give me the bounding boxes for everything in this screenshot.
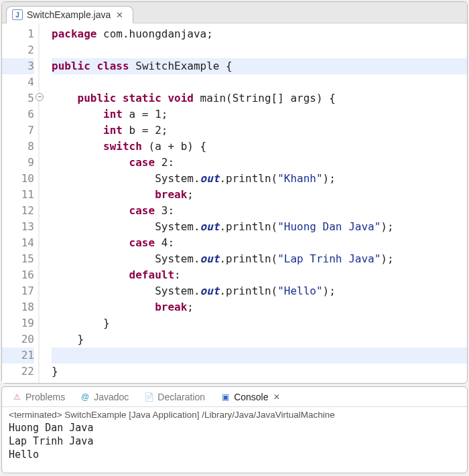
code-line[interactable]: public class SwitchExample { bbox=[52, 58, 467, 74]
line-number: 4 bbox=[2, 74, 34, 90]
line-number: 21 bbox=[2, 347, 34, 364]
code-line[interactable]: break; bbox=[52, 299, 467, 315]
code-line[interactable] bbox=[52, 74, 467, 90]
code-line[interactable]: case 3: bbox=[52, 203, 467, 219]
line-number: 10 bbox=[2, 171, 34, 187]
code-line[interactable]: switch (a + b) { bbox=[52, 139, 467, 155]
line-number-gutter: 12345−678910111213141516171819202122 bbox=[2, 23, 40, 383]
line-number: 9 bbox=[2, 155, 34, 171]
tab-javadoc[interactable]: @ Javadoc bbox=[77, 390, 131, 404]
line-number: 17 bbox=[2, 283, 34, 299]
line-number: 7 bbox=[2, 123, 34, 139]
tab-javadoc-label: Javadoc bbox=[94, 392, 129, 402]
line-number: 22 bbox=[2, 364, 34, 380]
code-line[interactable]: case 2: bbox=[52, 155, 467, 171]
code-line[interactable]: package com.huongdanjava; bbox=[52, 26, 467, 42]
code-line[interactable] bbox=[52, 42, 467, 58]
code-line[interactable] bbox=[52, 347, 467, 364]
line-number: 20 bbox=[2, 331, 34, 347]
code-line[interactable]: break; bbox=[52, 187, 467, 203]
code-line[interactable]: } bbox=[52, 331, 467, 347]
bottom-view-tabs: ⚠ Problems @ Javadoc 📄 Declaration ▣ Con… bbox=[2, 387, 467, 407]
javadoc-icon: @ bbox=[80, 392, 90, 402]
line-number: 8 bbox=[2, 139, 34, 155]
tab-problems-label: Problems bbox=[25, 392, 65, 402]
code-line[interactable]: System.out.println("Hello"); bbox=[52, 283, 467, 299]
line-number: 5− bbox=[2, 90, 34, 106]
declaration-icon: 📄 bbox=[143, 392, 154, 402]
console-status: <terminated> SwitchExample [Java Applica… bbox=[2, 407, 467, 421]
console-icon: ▣ bbox=[220, 392, 230, 402]
code-editor[interactable]: package com.huongdanjava; public class S… bbox=[40, 23, 467, 383]
code-line[interactable]: System.out.println("Huong Dan Java"); bbox=[52, 219, 467, 235]
java-file-icon: J bbox=[12, 9, 23, 20]
tab-declaration-label: Declaration bbox=[157, 392, 205, 402]
tab-console[interactable]: ▣ Console ✕ bbox=[217, 390, 283, 404]
line-number: 16 bbox=[2, 267, 34, 283]
editor-tab-filename: SwitchExample.java bbox=[27, 9, 111, 20]
code-line[interactable]: } bbox=[52, 315, 467, 331]
editor-tab-bar: J SwitchExample.java ✕ bbox=[2, 2, 467, 23]
code-line[interactable]: System.out.println("Khanh"); bbox=[52, 171, 467, 187]
tab-console-label: Console bbox=[234, 392, 268, 402]
close-icon[interactable]: ✕ bbox=[115, 10, 125, 20]
code-line[interactable]: System.out.println("Lap Trinh Java"); bbox=[52, 251, 467, 267]
editor-pane: J SwitchExample.java ✕ 12345−67891011121… bbox=[1, 1, 468, 384]
code-line[interactable]: } bbox=[52, 364, 467, 380]
code-line[interactable]: int b = 2; bbox=[52, 123, 467, 139]
line-number: 11 bbox=[2, 187, 34, 203]
line-number: 1 bbox=[2, 26, 34, 42]
code-line[interactable]: default: bbox=[52, 267, 467, 283]
line-number: 2 bbox=[2, 42, 34, 58]
fold-toggle-icon[interactable]: − bbox=[36, 93, 44, 101]
line-number: 12 bbox=[2, 203, 34, 219]
line-number: 13 bbox=[2, 219, 34, 235]
line-number: 15 bbox=[2, 251, 34, 267]
console-output[interactable]: Huong Dan Java Lap Trinh Java Hello bbox=[2, 421, 467, 461]
code-line[interactable]: int a = 1; bbox=[52, 106, 467, 123]
line-number: 19 bbox=[2, 315, 34, 331]
tab-problems[interactable]: ⚠ Problems bbox=[9, 390, 68, 404]
tab-declaration[interactable]: 📄 Declaration bbox=[141, 390, 208, 404]
problems-icon: ⚠ bbox=[11, 392, 22, 402]
line-number: 6 bbox=[2, 106, 34, 123]
bottom-panel: ⚠ Problems @ Javadoc 📄 Declaration ▣ Con… bbox=[1, 386, 468, 473]
line-number: 14 bbox=[2, 235, 34, 251]
code-body: 12345−678910111213141516171819202122 pac… bbox=[2, 23, 467, 383]
code-line[interactable]: public static void main(String[] args) { bbox=[52, 90, 467, 106]
line-number: 18 bbox=[2, 299, 34, 315]
line-number: 3 bbox=[2, 58, 34, 74]
editor-tab-active[interactable]: J SwitchExample.java ✕ bbox=[6, 6, 133, 23]
close-icon[interactable]: ✕ bbox=[272, 392, 281, 402]
code-line[interactable]: case 4: bbox=[52, 235, 467, 251]
